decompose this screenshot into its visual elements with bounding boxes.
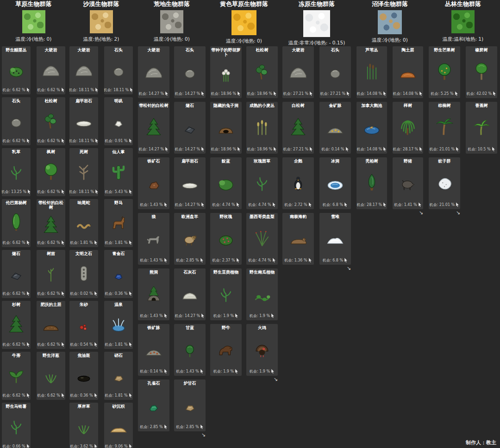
item-card[interactable]: 野玫瑰 机会: 2.37 % <box>210 213 242 265</box>
item-card[interactable]: 伦巴第杨树 机会: 6.62 % <box>2 199 31 247</box>
item-name: 铁矿石 <box>148 159 160 163</box>
item-card[interactable]: 玫瑰茜草 机会: 4.74 % <box>246 157 278 209</box>
item-card[interactable]: 杉树 机会: 6.62 % <box>2 301 31 349</box>
item-card[interactable]: 树苗 机会: 6.62 % <box>37 250 65 298</box>
item-card[interactable]: 青金石 机会: 0.36 % <box>104 250 133 298</box>
item-card[interactable]: 硝石 机会: 1.81 % <box>104 352 133 400</box>
item-name: 大硬岩 <box>78 48 90 52</box>
item-name: 硝石 <box>114 353 123 358</box>
cursor-icon <box>94 444 98 448</box>
item-card[interactable]: 焦油斑 机会: 0.36 % <box>69 352 98 400</box>
item-card[interactable]: 大硬岩 机会: 6.62 % <box>37 46 65 94</box>
item-card[interactable]: 甘蓝 机会: 1.43 % <box>174 324 206 376</box>
resize-handle-icon[interactable]: ↘ <box>282 266 351 271</box>
resize-handle-icon[interactable]: ↘ <box>138 432 206 438</box>
item-card[interactable]: 带种子的野胡萝卜 机会: 18.96 % <box>210 46 242 98</box>
resize-handle-icon[interactable]: ↘ <box>429 210 460 216</box>
item-card[interactable]: 陶土层 机会: 14.08 % <box>393 46 423 98</box>
item-card[interactable]: 白松树 机会: 27.21 % <box>282 102 314 154</box>
item-card[interactable]: 铁矿脉 机会: 0.14 % <box>138 324 169 376</box>
biome-swatch-wrap <box>22 10 45 33</box>
item-card[interactable]: 孔雀石 机会: 2.85 % <box>138 380 169 431</box>
item-card[interactable]: 金矿脉 机会: 0.14 % <box>319 102 351 154</box>
item-card[interactable]: 野马 机会: 1.81 % <box>104 199 133 247</box>
item-name: 隐藏的兔子洞 <box>213 103 238 108</box>
item-card[interactable]: 扁平岩石 机会: 18.11 % <box>69 97 98 145</box>
item-chance: 机会: 14.08 % <box>357 147 382 152</box>
item-card[interactable]: 芦苇丛 机会: 14.08 % <box>356 46 387 98</box>
item-card[interactable]: 仙人掌 机会: 5.43 % <box>104 148 133 196</box>
item-card[interactable]: 野生醋栗丛 机会: 6.62 % <box>2 46 31 94</box>
cursor-icon <box>61 291 65 296</box>
item-card[interactable]: 野牛 机会: 1.9 % <box>210 324 242 376</box>
item-chance: 机会: 1.81 % <box>105 240 127 245</box>
item-card[interactable]: 野生南瓜植物 机会: 1.9 % <box>246 268 278 320</box>
item-card[interactable]: 石头 机会: 18.11 % <box>104 46 133 94</box>
item-card[interactable]: 大硬岩 机会: 18.11 % <box>69 46 98 94</box>
item-card[interactable]: 蚊子群 机会: 21.01 % <box>429 157 460 209</box>
item-card[interactable]: 秃柏树 机会: 28.17 % <box>356 157 387 209</box>
item-card[interactable]: 燧石 机会: 6.62 % <box>2 250 31 298</box>
item-card[interactable]: 炉甘石 机会: 2.85 % <box>174 380 206 431</box>
item-card[interactable]: 大硬岩 机会: 27.21 % <box>282 46 314 98</box>
cursor-icon <box>94 240 98 245</box>
item-card[interactable]: 野生芒果树 机会: 5.25 % <box>429 46 460 98</box>
item-card[interactable]: 石头 机会: 27.21 % <box>319 46 351 98</box>
item-chance: 机会: 10.5 % <box>468 147 490 152</box>
resize-handle-icon[interactable]: ↘ <box>210 377 278 382</box>
item-card[interactable]: 响尾蛇 机会: 1.81 % <box>69 199 98 247</box>
item-card[interactable]: 火鸡 机会: 1.9 % <box>246 324 278 376</box>
item-card[interactable]: 香蕉树 机会: 10.5 % <box>466 102 497 154</box>
item-card[interactable]: 狼 机会: 1.43 % <box>138 213 169 265</box>
item-name: 陶土层 <box>402 48 414 52</box>
item-card[interactable]: 枫树 机会: 6.62 % <box>37 148 65 196</box>
item-card[interactable]: 带松针的白松树 机会: 6.62 % <box>37 199 65 247</box>
item-card[interactable]: 野生豆类植物 机会: 1.9 % <box>210 268 242 320</box>
item-chance-row: 机会: 2.85 % <box>140 424 167 429</box>
item-chance-row: 机会: 5.43 % <box>105 189 132 194</box>
item-card[interactable]: 肥沃的土层 机会: 6.62 % <box>37 301 65 349</box>
item-card[interactable]: 厚岸草 机会: 3.62 % <box>69 403 98 448</box>
item-card[interactable]: 大硬岩 机会: 14.27 % <box>138 46 169 98</box>
biome-header-block: 沙漠生物群落 温度:热(地热: 2) <box>69 0 133 44</box>
cursor-icon <box>164 313 168 318</box>
resize-handle-icon[interactable]: ↘ <box>356 210 423 216</box>
item-card[interactable]: 成熟的小麦丛 机会: 18.96 % <box>246 102 278 154</box>
item-card[interactable]: 铁矿石 机会: 1.43 % <box>138 157 169 209</box>
item-card[interactable]: 野生洋葱 机会: 6.62 % <box>37 352 65 400</box>
item-card[interactable]: 牛蒡 机会: 6.62 % <box>2 352 31 400</box>
item-card[interactable]: 梣树 机会: 28.17 % <box>393 102 423 154</box>
item-card[interactable]: 棕榈树 机会: 21.01 % <box>429 102 460 154</box>
item-card[interactable]: 带松针的白松树 机会: 14.27 % <box>138 102 169 154</box>
item-card[interactable]: 石灰石 机会: 14.27 % <box>174 268 206 320</box>
item-card[interactable]: 明矾 机会: 0.91 % <box>104 97 133 145</box>
item-chance-row: 机会: 10.5 % <box>468 147 495 152</box>
item-card[interactable]: 加拿大鹅池 机会: 14.08 % <box>356 102 387 154</box>
item-card[interactable]: 橡胶树 机会: 42.02 % <box>466 46 497 98</box>
item-card[interactable]: 扁平岩石 机会: 14.27 % <box>174 157 206 209</box>
item-card[interactable]: 石头 机会: 14.27 % <box>174 46 206 98</box>
item-card[interactable]: 温泉 机会: 1.81 % <box>104 301 133 349</box>
item-card[interactable]: 野生马铃薯 机会: 0.66 % <box>2 403 31 448</box>
item-card[interactable]: 靛蓝 机会: 4.74 % <box>210 157 242 209</box>
item-card[interactable]: 欧洲盘羊 机会: 2.85 % <box>174 213 206 265</box>
item-card[interactable]: 熊洞 机会: 1.43 % <box>138 268 169 320</box>
item-card[interactable]: 企鹅 机会: 2.72 % <box>282 157 314 209</box>
tar-icon <box>70 358 97 393</box>
item-card[interactable]: 死树 机会: 18.11 % <box>69 148 98 196</box>
item-card[interactable]: 石头 机会: 6.62 % <box>2 97 31 145</box>
mineral-red-icon <box>70 307 97 342</box>
item-card[interactable]: 朱砂 机会: 0.54 % <box>69 301 98 349</box>
item-card[interactable]: 文明之石 机会: 0.02 % <box>69 250 98 298</box>
item-card[interactable]: 乳草 机会: 13.25 % <box>2 148 31 196</box>
item-card[interactable]: 杜松树 机会: 18.96 % <box>246 46 278 98</box>
item-card[interactable]: 墨西哥类盘梨 机会: 4.74 % <box>246 213 278 265</box>
item-card[interactable]: 杜松树 机会: 6.62 % <box>37 97 65 145</box>
item-card[interactable]: 冰洞 机会: 6.8 % <box>319 157 351 209</box>
item-card[interactable]: 野猪 机会: 1.41 % <box>393 157 423 209</box>
item-card[interactable]: 南极海豹 机会: 1.36 % <box>282 213 314 265</box>
item-card[interactable]: 隐藏的兔子洞 机会: 18.96 % <box>210 102 242 154</box>
item-card[interactable]: 砂沉积 机会: 9.06 % <box>104 403 133 448</box>
item-card[interactable]: 雪堆 机会: 6.8 % <box>319 213 351 265</box>
item-card[interactable]: 燧石 机会: 14.27 % <box>174 102 206 154</box>
